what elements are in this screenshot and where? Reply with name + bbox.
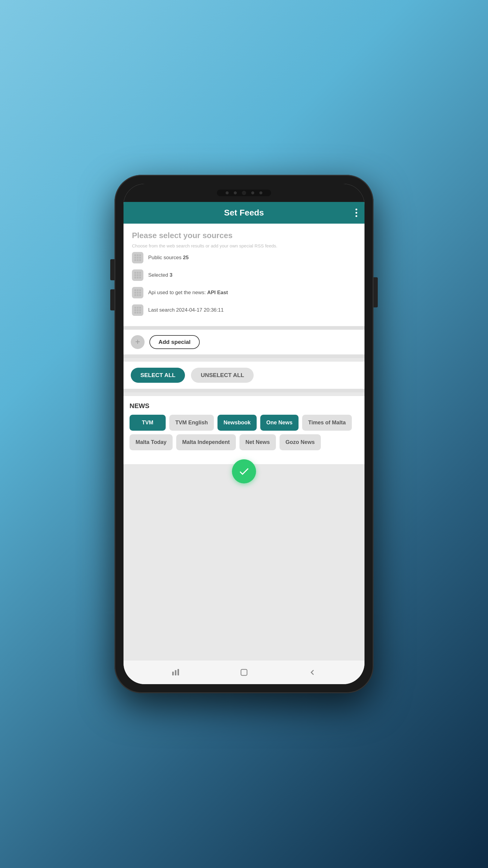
bottom-nav-bar [124, 660, 364, 684]
divider-2 [124, 354, 364, 358]
times-of-malta-chip[interactable]: Times of Malta [302, 415, 352, 431]
svg-rect-2 [178, 669, 179, 675]
dot-1 [226, 191, 229, 194]
net-news-chip[interactable]: Net News [239, 434, 276, 450]
recent-apps-button[interactable] [171, 668, 180, 677]
plus-circle-icon[interactable]: + [131, 335, 144, 349]
dot-2 [234, 191, 237, 194]
check-icon [238, 465, 250, 477]
news-grid: TVM TVM English Newsbook One News Times … [130, 415, 358, 450]
phone-screen: Set Feeds Please select your sources Cho… [124, 184, 364, 684]
one-news-chip[interactable]: One News [260, 415, 298, 431]
selected-text: Selected 3 [148, 272, 172, 278]
home-icon [239, 668, 249, 677]
volume-down-button [110, 289, 115, 310]
selected-row: Selected 3 [132, 267, 356, 284]
sources-subtitle: Choose from the web search results or ad… [132, 243, 356, 249]
content-area: Please select your sources Choose from t… [124, 224, 364, 660]
api-text: Api used to get the news: API East [148, 290, 228, 296]
selected-icon [132, 270, 143, 281]
add-special-section: + Add special [124, 330, 364, 354]
notch-bar [124, 184, 364, 202]
svg-rect-0 [172, 672, 174, 675]
news-section: NEWS TVM TVM English Newsbook One News T… [124, 396, 364, 464]
svg-rect-3 [241, 670, 247, 675]
gozo-news-chip[interactable]: Gozo News [280, 434, 321, 450]
confirm-fab-button[interactable] [232, 459, 256, 484]
phone-frame: Set Feeds Please select your sources Cho… [115, 175, 373, 693]
malta-today-chip[interactable]: Malta Today [130, 434, 173, 450]
last-search-text: Last search 2024-04-17 20:36:11 [148, 307, 224, 313]
news-category-label: NEWS [130, 402, 358, 410]
dot-3 [251, 191, 254, 194]
api-row: Api used to get the news: API East [132, 284, 356, 301]
last-search-row: Last search 2024-04-17 20:36:11 [132, 301, 356, 319]
camera-dot [242, 191, 246, 195]
dot-4 [259, 191, 262, 194]
divider-1 [124, 326, 364, 330]
app-header: Set Feeds [124, 202, 364, 224]
app-title: Set Feeds [224, 208, 264, 218]
last-search-icon [132, 304, 143, 316]
power-button [373, 277, 378, 307]
svg-rect-1 [175, 670, 176, 675]
unselect-all-button[interactable]: UNSELECT ALL [191, 368, 254, 383]
recent-apps-icon [171, 668, 180, 677]
select-row: SELECT ALL UNSELECT ALL [124, 362, 364, 389]
select-all-button[interactable]: SELECT ALL [131, 368, 185, 383]
back-icon [308, 668, 317, 677]
newsbook-chip[interactable]: Newsbook [218, 415, 257, 431]
home-button[interactable] [239, 668, 249, 677]
back-button[interactable] [308, 668, 317, 677]
more-vertical-icon[interactable] [355, 209, 357, 217]
api-icon [132, 287, 143, 299]
divider-3 [124, 389, 364, 393]
tvm-chip[interactable]: TVM [130, 415, 166, 431]
malta-independent-chip[interactable]: Malta Independent [176, 434, 236, 450]
public-sources-text: Public sources 25 [148, 255, 189, 261]
public-sources-row: Public sources 25 [132, 249, 356, 267]
sources-title: Please select your sources [132, 231, 356, 240]
tvm-english-chip[interactable]: TVM English [169, 415, 214, 431]
notch-pill [217, 190, 271, 196]
public-sources-icon [132, 252, 143, 264]
volume-up-button [110, 259, 115, 280]
info-card: Please select your sources Choose from t… [124, 224, 364, 326]
add-special-button[interactable]: Add special [150, 335, 200, 349]
